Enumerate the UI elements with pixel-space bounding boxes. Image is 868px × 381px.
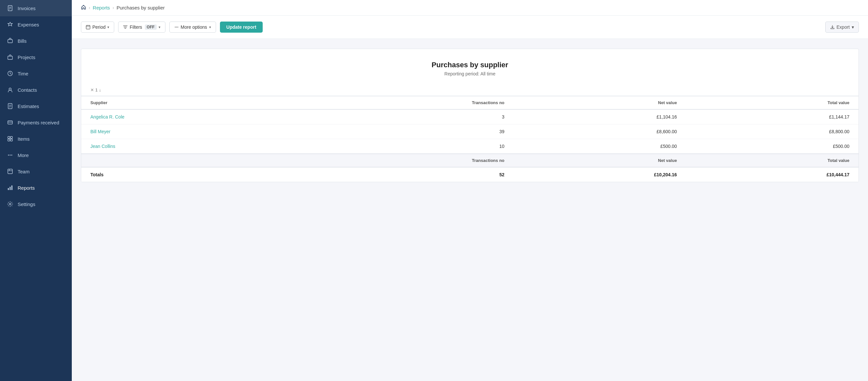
items-icon	[6, 135, 14, 142]
sort-number: 1	[95, 88, 98, 92]
team-icon	[6, 168, 14, 175]
sidebar: Invoices Expenses Bills Projects Time Co…	[0, 0, 72, 381]
sidebar-item-payments-received[interactable]: Payments received	[0, 114, 72, 130]
sidebar-item-expenses-label: Expenses	[18, 22, 39, 27]
totals-col-transactions-no: Transactions no	[301, 154, 514, 167]
sidebar-item-more[interactable]: More	[0, 147, 72, 163]
filters-button[interactable]: Filters OFF ▾	[118, 22, 165, 33]
net-value-cell: £8,600.00	[514, 124, 686, 139]
sort-x-icon: ✕	[90, 88, 94, 92]
report-area: Purchases by supplier Reporting period: …	[72, 39, 868, 381]
svg-rect-11	[10, 137, 12, 139]
sidebar-item-expenses[interactable]: Expenses	[0, 16, 72, 33]
sidebar-item-team[interactable]: Team	[0, 163, 72, 180]
filters-chevron: ▾	[159, 25, 160, 29]
sidebar-item-more-label: More	[18, 152, 29, 158]
supplier-link[interactable]: Bill Meyer	[90, 129, 110, 134]
sidebar-item-settings-label: Settings	[18, 201, 35, 207]
svg-rect-9	[8, 121, 12, 124]
supplier-cell[interactable]: Angelica R. Cole	[81, 109, 301, 124]
sidebar-item-contacts[interactable]: Contacts	[0, 82, 72, 98]
svg-rect-18	[8, 188, 9, 190]
breadcrumb-current: Purchases by supplier	[117, 5, 165, 10]
time-icon	[6, 70, 14, 77]
total-value-cell: £500.00	[686, 139, 859, 154]
sidebar-item-projects[interactable]: Projects	[0, 49, 72, 65]
sidebar-item-projects-label: Projects	[18, 55, 35, 60]
supplier-cell[interactable]: Jean Collins	[81, 139, 301, 154]
report-header: Purchases by supplier Reporting period: …	[81, 49, 859, 84]
sidebar-item-invoices[interactable]: Invoices	[0, 0, 72, 16]
bills-icon	[6, 37, 14, 45]
totals-col-net-value: Net value	[514, 154, 686, 167]
export-button[interactable]: Export ▾	[825, 22, 859, 33]
svg-point-24	[176, 27, 177, 27]
svg-point-25	[177, 27, 178, 27]
svg-rect-19	[10, 187, 11, 190]
table-row: Angelica R. Cole 3 £1,104.16 £1,144.17	[81, 109, 859, 124]
main-content: › Reports › Purchases by supplier Period…	[72, 0, 868, 381]
period-label: Period	[92, 25, 105, 30]
sidebar-item-time[interactable]: Time	[0, 65, 72, 82]
totals-col-total-value: Total value	[686, 154, 859, 167]
supplier-link[interactable]: Jean Collins	[90, 144, 115, 149]
breadcrumb-reports[interactable]: Reports	[93, 5, 110, 10]
projects-icon	[6, 54, 14, 61]
more-icon	[6, 151, 14, 159]
svg-rect-5	[8, 56, 12, 59]
sidebar-item-reports[interactable]: Reports	[0, 180, 72, 196]
contacts-icon	[6, 86, 14, 93]
sidebar-item-settings[interactable]: Settings	[0, 196, 72, 212]
table-controls: ✕ 1 ↓	[81, 84, 859, 96]
payments-received-icon	[6, 119, 14, 126]
sidebar-item-reports-label: Reports	[18, 185, 35, 190]
transactions-no-cell: 39	[301, 124, 514, 139]
export-label: Export	[837, 25, 850, 30]
totals-row: Totals 52 £10,204.16 £10,444.17	[81, 167, 859, 182]
home-breadcrumb[interactable]	[81, 5, 86, 11]
svg-rect-12	[8, 139, 10, 141]
update-report-button[interactable]: Update report	[220, 22, 263, 33]
supplier-cell[interactable]: Bill Meyer	[81, 124, 301, 139]
net-value-cell: £500.00	[514, 139, 686, 154]
totals-net-value-cell: £10,204.16	[514, 167, 686, 182]
sidebar-item-time-label: Time	[18, 71, 28, 77]
report-title: Purchases by supplier	[88, 61, 852, 69]
sidebar-item-estimates-label: Estimates	[18, 104, 39, 109]
sidebar-item-items[interactable]: Items	[0, 130, 72, 147]
svg-point-16	[11, 155, 12, 156]
svg-point-14	[8, 155, 9, 156]
breadcrumb-sep-2: ›	[113, 5, 114, 10]
transactions-no-cell: 3	[301, 109, 514, 124]
svg-point-21	[9, 203, 11, 205]
col-header-net-value: Net value	[514, 96, 686, 110]
totals-total-value-cell: £10,444.17	[686, 167, 859, 182]
totals-col-supplier	[81, 154, 301, 167]
expenses-icon	[6, 21, 14, 28]
svg-point-15	[10, 155, 11, 156]
transactions-no-cell: 10	[301, 139, 514, 154]
sidebar-item-contacts-label: Contacts	[18, 87, 37, 93]
totals-label-cell: Totals	[81, 167, 301, 182]
more-options-label: More options	[181, 25, 207, 30]
totals-header-row: Transactions no Net value Total value	[81, 154, 859, 167]
supplier-link[interactable]: Angelica R. Cole	[90, 114, 124, 119]
col-header-total-value: Total value	[686, 96, 859, 110]
period-button[interactable]: Period ▾	[81, 22, 114, 33]
sidebar-item-bills[interactable]: Bills	[0, 33, 72, 49]
invoices-icon	[6, 5, 14, 12]
sidebar-item-bills-label: Bills	[18, 38, 27, 44]
sidebar-item-team-label: Team	[18, 169, 30, 174]
more-options-chevron: ▾	[209, 25, 211, 29]
sidebar-item-estimates[interactable]: Estimates	[0, 98, 72, 114]
report-subtitle: Reporting period: All time	[88, 71, 852, 77]
svg-rect-20	[11, 185, 12, 190]
more-options-button[interactable]: More options ▾	[169, 22, 216, 33]
breadcrumb-sep-1: ›	[89, 5, 90, 10]
col-header-transactions-no: Transactions no	[301, 96, 514, 110]
table-row: Jean Collins 10 £500.00 £500.00	[81, 139, 859, 154]
svg-point-23	[175, 27, 175, 27]
report-table: Supplier Transactions no Net value Total…	[81, 96, 859, 182]
svg-rect-4	[8, 39, 12, 43]
sort-control: ✕ 1 ↓	[90, 88, 101, 92]
